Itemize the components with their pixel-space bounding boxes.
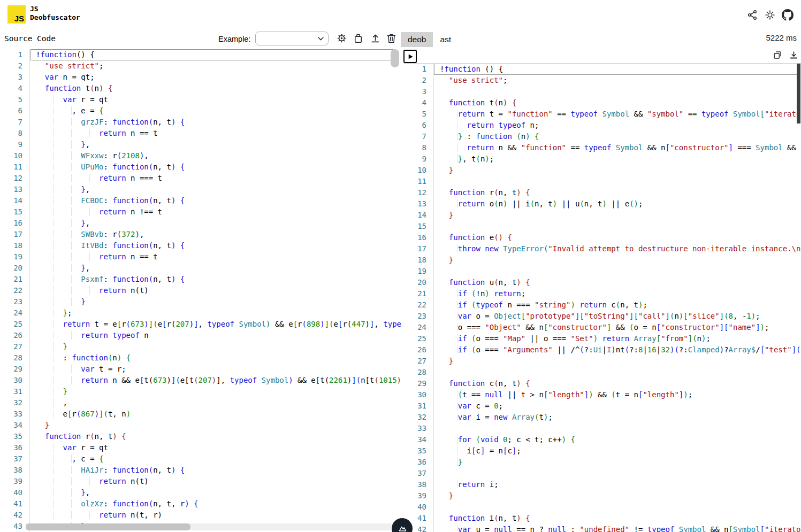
code-line[interactable]: 7 grzJF: function(n, t) {	[0, 117, 401, 128]
line-number[interactable]: 22	[404, 299, 434, 311]
code-line[interactable]: 40	[404, 502, 801, 513]
run-button[interactable]	[403, 50, 417, 63]
code-line[interactable]: 38 return i;	[404, 479, 801, 490]
line-number[interactable]: 8	[0, 128, 30, 139]
output-editor[interactable]: 1!function () {2 "use strict";34 functio…	[404, 63, 801, 532]
code-line[interactable]: 29 function c(n, t) {	[404, 378, 801, 389]
clear-button[interactable]	[385, 32, 398, 44]
line-number[interactable]: 14	[0, 195, 30, 206]
code-line[interactable]: 32 var i = new Array(t);	[404, 412, 801, 423]
source-vertical-scrollbar[interactable]	[391, 49, 399, 67]
line-number[interactable]: 12	[404, 187, 434, 198]
line-number[interactable]: 3	[0, 72, 30, 83]
code-line[interactable]: 4 function t(n) {	[404, 97, 801, 109]
code-line[interactable]: 27 }	[404, 356, 801, 367]
line-number[interactable]: 34	[0, 420, 30, 431]
line-number[interactable]: 20	[404, 277, 434, 288]
line-number[interactable]: 23	[404, 311, 434, 322]
code-line[interactable]: 28	[404, 367, 801, 378]
line-number[interactable]: 26	[0, 330, 30, 341]
line-number[interactable]: 13	[0, 184, 30, 195]
code-line[interactable]: 39 }	[404, 490, 801, 502]
line-number[interactable]: 36	[0, 442, 30, 453]
line-number[interactable]: 21	[0, 274, 30, 285]
code-line[interactable]: 14 }	[404, 210, 801, 221]
line-number[interactable]: 26	[404, 344, 434, 356]
github-link[interactable]	[782, 9, 794, 21]
line-number[interactable]: 32	[404, 412, 434, 423]
example-select[interactable]	[255, 32, 329, 45]
line-number[interactable]: 13	[404, 198, 434, 210]
line-number[interactable]: 17	[0, 229, 30, 240]
code-line[interactable]: 11 UPuMo: function(n, t) {	[0, 161, 401, 173]
line-number[interactable]: 39	[0, 476, 30, 487]
code-line[interactable]: 38 HAiJr: function(n, t) {	[0, 465, 401, 476]
line-number[interactable]: 15	[0, 206, 30, 218]
code-line[interactable]: 32 ,	[0, 397, 401, 408]
line-number[interactable]: 12	[0, 173, 30, 184]
line-number[interactable]: 28	[0, 352, 30, 364]
line-number[interactable]: 31	[0, 386, 30, 397]
line-number[interactable]: 17	[404, 243, 434, 255]
line-number[interactable]: 27	[0, 341, 30, 352]
code-line[interactable]: 4 function t(n) {	[0, 83, 401, 94]
code-line[interactable]: 1!function() {	[0, 49, 401, 60]
code-line[interactable]: 29 var t = r;	[0, 364, 401, 375]
code-line[interactable]: 10 WFxxw: r(2108),	[0, 150, 401, 161]
code-line[interactable]: 41 olzXz: function(n, t, r) {	[0, 498, 401, 510]
code-line[interactable]: 5 var r = qt	[0, 94, 401, 105]
code-line[interactable]: 33	[404, 423, 801, 434]
code-line[interactable]: 15	[404, 221, 801, 232]
line-number[interactable]: 42	[0, 510, 30, 521]
code-line[interactable]: 6 return typeof n;	[404, 120, 801, 131]
code-line[interactable]: 15 return n !== t	[0, 206, 401, 218]
line-number[interactable]: 40	[404, 502, 434, 513]
line-number[interactable]: 30	[0, 375, 30, 386]
code-line[interactable]: 40 },	[0, 487, 401, 498]
code-line[interactable]: 3	[404, 86, 801, 97]
line-number[interactable]: 2	[0, 60, 30, 72]
tab-deob[interactable]: deob	[401, 32, 433, 47]
line-number[interactable]: 1	[404, 64, 434, 75]
source-horizontal-scrollbar[interactable]	[26, 523, 190, 530]
code-line[interactable]: 30 return n && e[t(673)](e[t(207)], type…	[0, 375, 401, 386]
code-line[interactable]: 20 function u(n, t) {	[404, 277, 801, 288]
line-number[interactable]: 38	[404, 479, 434, 490]
line-number[interactable]: 24	[404, 322, 434, 333]
line-number[interactable]: 36	[404, 457, 434, 468]
code-line[interactable]: 30 (t == null || t > n["length"]) && (t …	[404, 389, 801, 400]
line-number[interactable]: 33	[0, 408, 30, 420]
line-number[interactable]: 31	[404, 400, 434, 412]
line-number[interactable]: 25	[0, 319, 30, 330]
line-number[interactable]: 18	[0, 240, 30, 251]
line-number[interactable]: 3	[404, 86, 434, 97]
code-line[interactable]: 19 return n == t	[0, 251, 401, 263]
code-line[interactable]: 7 } : function (n) {	[404, 131, 801, 142]
code-line[interactable]: 18 }	[404, 255, 801, 266]
line-number[interactable]: 5	[0, 94, 30, 105]
output-vertical-scrollbar[interactable]	[797, 64, 800, 124]
code-line[interactable]: 3 var n = qt;	[0, 72, 401, 83]
code-line[interactable]: 17 throw new TypeError("Invalid attempt …	[404, 243, 801, 255]
code-line[interactable]: 24 };	[0, 307, 401, 319]
code-line[interactable]: 19	[404, 266, 801, 277]
code-line[interactable]: 42 return n(t, r)	[0, 510, 401, 521]
code-line[interactable]: 1!function () {	[404, 64, 801, 75]
line-number[interactable]: 25	[404, 333, 434, 344]
line-number[interactable]: 37	[404, 468, 434, 479]
code-line[interactable]: 25 return t = e[r(673)](e[r(207)], typeo…	[0, 319, 401, 330]
line-number[interactable]: 40	[0, 487, 30, 498]
code-line[interactable]: 36 }	[404, 457, 801, 468]
line-number[interactable]: 35	[0, 431, 30, 442]
code-line[interactable]: 39 return n(t)	[0, 476, 401, 487]
code-line[interactable]: 21 if (!n) return;	[404, 288, 801, 299]
line-number[interactable]: 41	[0, 498, 30, 510]
line-number[interactable]: 4	[0, 83, 30, 94]
code-line[interactable]: 42 var u = null == n ? null : "undefined…	[404, 524, 801, 532]
code-line[interactable]: 24 o === "Object" && n["constructor"] &&…	[404, 322, 801, 333]
line-number[interactable]: 7	[404, 131, 434, 142]
code-line[interactable]: 41 function i(n, t) {	[404, 513, 801, 524]
code-line[interactable]: 9 }, t(n);	[404, 153, 801, 165]
code-line[interactable]: 13 return o(n) || i(n, t) || u(n, t) || …	[404, 198, 801, 210]
code-line[interactable]: 34 for (void 0; c < t; c++) {	[404, 434, 801, 445]
